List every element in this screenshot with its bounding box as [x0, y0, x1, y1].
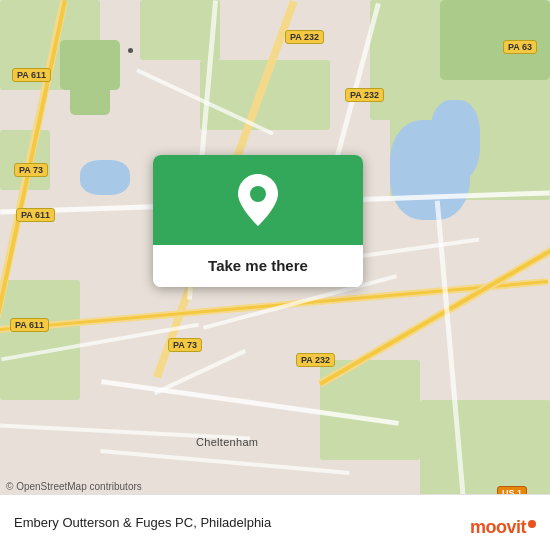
- copyright-text: © OpenStreetMap contributors: [6, 481, 142, 492]
- card-green-top: [153, 155, 363, 245]
- location-pin-icon: [238, 174, 278, 226]
- route-badge-pa232-3: PA 232: [296, 353, 335, 367]
- green-area-10: [420, 400, 550, 500]
- map-container: PA 611 PA 232 PA 232 PA 73 PA 611 PA 611…: [0, 0, 550, 550]
- blue-area-1: [80, 160, 130, 195]
- moovit-dot: [528, 520, 536, 528]
- cheltenham-label: Cheltenham: [196, 436, 258, 448]
- map-dot: [128, 48, 133, 53]
- green-area-8: [0, 280, 80, 400]
- road-pa73-center: [0, 280, 548, 331]
- card-bottom: Take me there: [153, 245, 363, 287]
- green-area-11: [70, 80, 110, 115]
- svg-point-0: [250, 186, 266, 202]
- route-badge-pa232-1: PA 232: [285, 30, 324, 44]
- blue-area-3: [430, 100, 480, 180]
- moovit-text: moovit: [470, 517, 526, 538]
- take-me-there-card[interactable]: Take me there: [153, 155, 363, 287]
- bottom-bar: Embery Outterson & Fuges PC, Philadelphi…: [0, 494, 550, 550]
- road-local-8: [100, 449, 349, 475]
- location-text: Embery Outterson & Fuges PC, Philadelphi…: [14, 515, 271, 530]
- route-badge-pa611-2: PA 611: [16, 208, 55, 222]
- moovit-logo: moovit: [470, 517, 536, 538]
- route-badge-pa611-1: PA 611: [12, 68, 51, 82]
- route-badge-pa73-1: PA 73: [14, 163, 48, 177]
- take-me-there-button[interactable]: Take me there: [208, 257, 308, 274]
- route-badge-pa611-3: PA 611: [10, 318, 49, 332]
- route-badge-pa232-2: PA 232: [345, 88, 384, 102]
- route-badge-pa73-2: PA 73: [168, 338, 202, 352]
- route-badge-pa63: PA 63: [503, 40, 537, 54]
